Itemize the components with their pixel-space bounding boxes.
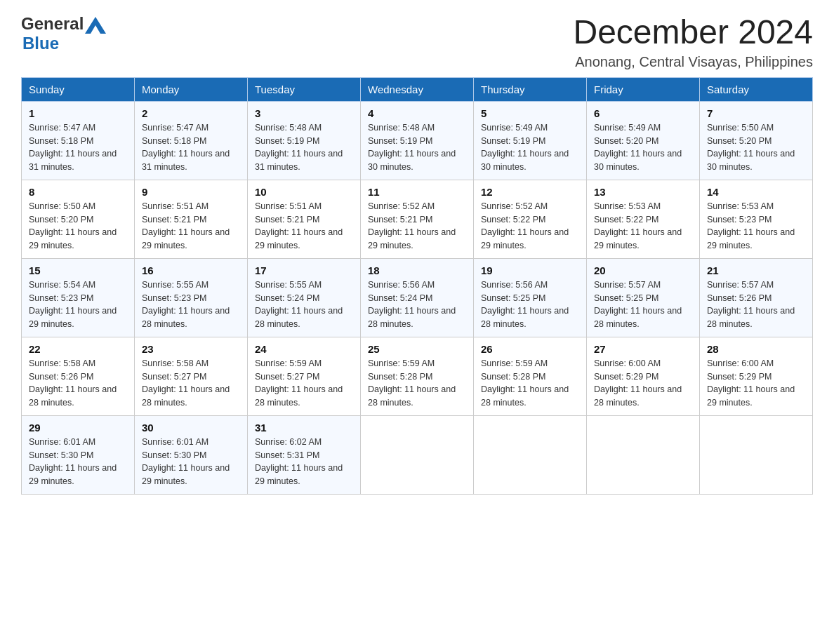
day-number: 15 <box>29 264 127 276</box>
day-number: 14 <box>707 186 805 198</box>
calendar-cell: 8 Sunrise: 5:50 AM Sunset: 5:20 PM Dayli… <box>22 180 135 258</box>
day-info: Sunrise: 5:52 AM Sunset: 5:22 PM Dayligh… <box>481 200 579 253</box>
day-number: 29 <box>29 422 127 434</box>
day-info: Sunrise: 6:02 AM Sunset: 5:31 PM Dayligh… <box>255 436 353 488</box>
logo-general-text: General <box>21 14 84 34</box>
day-number: 31 <box>255 422 353 434</box>
day-number: 10 <box>255 186 353 198</box>
day-number: 13 <box>594 186 692 198</box>
day-info: Sunrise: 5:49 AM Sunset: 5:20 PM Dayligh… <box>594 121 692 174</box>
calendar-cell: 15 Sunrise: 5:54 AM Sunset: 5:23 PM Dayl… <box>22 258 135 337</box>
calendar-cell: 7 Sunrise: 5:50 AM Sunset: 5:20 PM Dayli… <box>700 101 813 180</box>
calendar-week-row: 8 Sunrise: 5:50 AM Sunset: 5:20 PM Dayli… <box>22 180 813 258</box>
day-number: 7 <box>707 107 805 119</box>
calendar-cell: 29 Sunrise: 6:01 AM Sunset: 5:30 PM Dayl… <box>22 415 135 494</box>
day-number: 16 <box>142 264 240 276</box>
calendar-cell: 14 Sunrise: 5:53 AM Sunset: 5:23 PM Dayl… <box>700 180 813 258</box>
calendar-cell: 31 Sunrise: 6:02 AM Sunset: 5:31 PM Dayl… <box>248 415 361 494</box>
calendar-cell <box>361 415 474 494</box>
day-number: 17 <box>255 264 353 276</box>
calendar-cell: 11 Sunrise: 5:52 AM Sunset: 5:21 PM Dayl… <box>361 180 474 258</box>
day-number: 9 <box>142 186 240 198</box>
day-info: Sunrise: 5:59 AM Sunset: 5:28 PM Dayligh… <box>481 357 579 410</box>
calendar-cell: 28 Sunrise: 6:00 AM Sunset: 5:29 PM Dayl… <box>700 337 813 415</box>
day-info: Sunrise: 5:58 AM Sunset: 5:27 PM Dayligh… <box>142 357 240 410</box>
calendar-week-row: 29 Sunrise: 6:01 AM Sunset: 5:30 PM Dayl… <box>22 415 813 494</box>
day-info: Sunrise: 5:55 AM Sunset: 5:24 PM Dayligh… <box>255 279 353 331</box>
logo-icon <box>85 14 106 34</box>
day-number: 23 <box>142 343 240 355</box>
day-info: Sunrise: 5:56 AM Sunset: 5:25 PM Dayligh… <box>481 279 579 331</box>
day-number: 26 <box>481 343 579 355</box>
calendar-cell: 26 Sunrise: 5:59 AM Sunset: 5:28 PM Dayl… <box>474 337 587 415</box>
day-number: 22 <box>29 343 127 355</box>
day-header-thursday: Thursday <box>474 77 587 101</box>
day-info: Sunrise: 5:52 AM Sunset: 5:21 PM Dayligh… <box>368 200 466 253</box>
day-info: Sunrise: 5:51 AM Sunset: 5:21 PM Dayligh… <box>255 200 353 253</box>
calendar-week-row: 22 Sunrise: 5:58 AM Sunset: 5:26 PM Dayl… <box>22 337 813 415</box>
calendar-cell: 5 Sunrise: 5:49 AM Sunset: 5:19 PM Dayli… <box>474 101 587 180</box>
calendar-cell: 27 Sunrise: 6:00 AM Sunset: 5:29 PM Dayl… <box>587 337 700 415</box>
day-number: 24 <box>255 343 353 355</box>
calendar-cell: 9 Sunrise: 5:51 AM Sunset: 5:21 PM Dayli… <box>135 180 248 258</box>
day-info: Sunrise: 5:58 AM Sunset: 5:26 PM Dayligh… <box>29 357 127 410</box>
calendar-cell: 23 Sunrise: 5:58 AM Sunset: 5:27 PM Dayl… <box>135 337 248 415</box>
day-info: Sunrise: 5:53 AM Sunset: 5:23 PM Dayligh… <box>707 200 805 253</box>
day-number: 4 <box>368 107 466 119</box>
calendar-cell: 20 Sunrise: 5:57 AM Sunset: 5:25 PM Dayl… <box>587 258 700 337</box>
day-number: 27 <box>594 343 692 355</box>
day-number: 20 <box>594 264 692 276</box>
day-number: 18 <box>368 264 466 276</box>
calendar-cell: 30 Sunrise: 6:01 AM Sunset: 5:30 PM Dayl… <box>135 415 248 494</box>
calendar-week-row: 1 Sunrise: 5:47 AM Sunset: 5:18 PM Dayli… <box>22 101 813 180</box>
calendar-cell: 24 Sunrise: 5:59 AM Sunset: 5:27 PM Dayl… <box>248 337 361 415</box>
day-info: Sunrise: 5:53 AM Sunset: 5:22 PM Dayligh… <box>594 200 692 253</box>
calendar-cell: 12 Sunrise: 5:52 AM Sunset: 5:22 PM Dayl… <box>474 180 587 258</box>
day-info: Sunrise: 5:47 AM Sunset: 5:18 PM Dayligh… <box>142 121 240 174</box>
day-header-monday: Monday <box>135 77 248 101</box>
day-number: 11 <box>368 186 466 198</box>
day-number: 12 <box>481 186 579 198</box>
logo-blue-text: Blue <box>22 34 59 53</box>
day-header-saturday: Saturday <box>700 77 813 101</box>
calendar-cell: 3 Sunrise: 5:48 AM Sunset: 5:19 PM Dayli… <box>248 101 361 180</box>
calendar-cell: 1 Sunrise: 5:47 AM Sunset: 5:18 PM Dayli… <box>22 101 135 180</box>
calendar-cell: 19 Sunrise: 5:56 AM Sunset: 5:25 PM Dayl… <box>474 258 587 337</box>
day-info: Sunrise: 6:00 AM Sunset: 5:29 PM Dayligh… <box>594 357 692 410</box>
day-header-sunday: Sunday <box>22 77 135 101</box>
calendar-cell <box>700 415 813 494</box>
day-info: Sunrise: 5:55 AM Sunset: 5:23 PM Dayligh… <box>142 279 240 331</box>
day-info: Sunrise: 5:50 AM Sunset: 5:20 PM Dayligh… <box>707 121 805 174</box>
logo: General Blue <box>21 14 107 53</box>
day-info: Sunrise: 5:50 AM Sunset: 5:20 PM Dayligh… <box>29 200 127 253</box>
day-info: Sunrise: 6:01 AM Sunset: 5:30 PM Dayligh… <box>29 436 127 488</box>
calendar-cell: 17 Sunrise: 5:55 AM Sunset: 5:24 PM Dayl… <box>248 258 361 337</box>
day-header-tuesday: Tuesday <box>248 77 361 101</box>
day-info: Sunrise: 5:57 AM Sunset: 5:26 PM Dayligh… <box>707 279 805 331</box>
day-info: Sunrise: 5:56 AM Sunset: 5:24 PM Dayligh… <box>368 279 466 331</box>
day-number: 1 <box>29 107 127 119</box>
calendar-cell: 13 Sunrise: 5:53 AM Sunset: 5:22 PM Dayl… <box>587 180 700 258</box>
day-info: Sunrise: 5:51 AM Sunset: 5:21 PM Dayligh… <box>142 200 240 253</box>
day-info: Sunrise: 5:47 AM Sunset: 5:18 PM Dayligh… <box>29 121 127 174</box>
day-number: 28 <box>707 343 805 355</box>
calendar-cell: 25 Sunrise: 5:59 AM Sunset: 5:28 PM Dayl… <box>361 337 474 415</box>
calendar-cell: 4 Sunrise: 5:48 AM Sunset: 5:19 PM Dayli… <box>361 101 474 180</box>
calendar-table: SundayMondayTuesdayWednesdayThursdayFrid… <box>21 77 813 495</box>
day-number: 25 <box>368 343 466 355</box>
day-number: 8 <box>29 186 127 198</box>
calendar-cell: 22 Sunrise: 5:58 AM Sunset: 5:26 PM Dayl… <box>22 337 135 415</box>
day-info: Sunrise: 5:59 AM Sunset: 5:27 PM Dayligh… <box>255 357 353 410</box>
location-title: Anonang, Central Visayas, Philippines <box>573 54 813 70</box>
day-info: Sunrise: 5:48 AM Sunset: 5:19 PM Dayligh… <box>255 121 353 174</box>
calendar-cell: 10 Sunrise: 5:51 AM Sunset: 5:21 PM Dayl… <box>248 180 361 258</box>
day-info: Sunrise: 5:48 AM Sunset: 5:19 PM Dayligh… <box>368 121 466 174</box>
day-info: Sunrise: 5:54 AM Sunset: 5:23 PM Dayligh… <box>29 279 127 331</box>
calendar-cell: 6 Sunrise: 5:49 AM Sunset: 5:20 PM Dayli… <box>587 101 700 180</box>
day-number: 2 <box>142 107 240 119</box>
day-number: 6 <box>594 107 692 119</box>
day-number: 21 <box>707 264 805 276</box>
day-number: 19 <box>481 264 579 276</box>
calendar-cell <box>587 415 700 494</box>
day-number: 3 <box>255 107 353 119</box>
